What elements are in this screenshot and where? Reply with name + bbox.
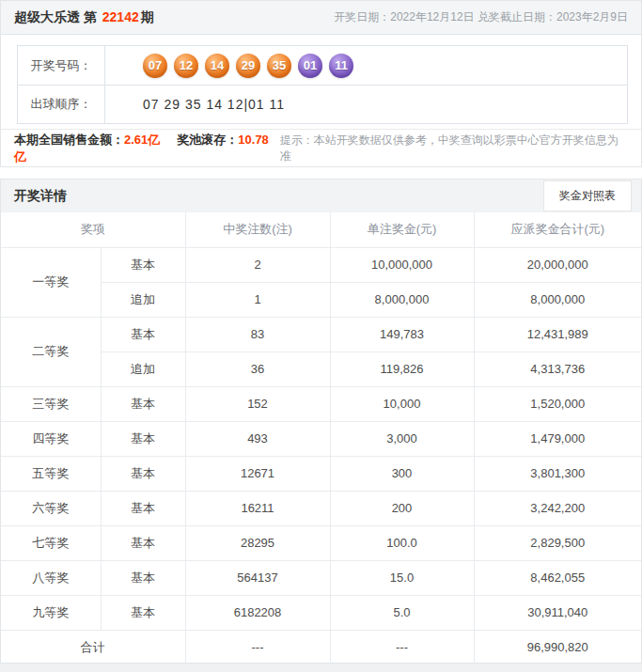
winner-count-cell: 12671 [185,456,330,491]
tier-name-cell: 八等奖 [1,560,101,595]
lottery-ball-front: 07 [143,54,167,78]
total-prize-cell: 8,462,055 [474,560,641,595]
winner-count-cell: 152 [185,386,330,421]
total-prize-cell: 1,520,000 [474,386,641,421]
single-prize-cell: 10,000 [330,386,474,421]
col-header-count: 中奖注数(注) [185,212,330,247]
bet-type-cell: 基本 [101,421,185,456]
issue-suffix: 期 [141,9,154,24]
lottery-ball-front: 35 [267,54,291,78]
total-prize-cell: 4,313,736 [474,352,641,386]
col-header-tier: 奖项 [1,212,185,247]
summary-header: 超级大乐透 第 22142期 开奖日期：2022年12月12日 兑奖截止日期：2… [1,1,641,35]
draw-order-value: 07 29 35 14 12|01 11 [143,97,285,112]
bet-type-cell: 基本 [101,456,185,491]
winner-count-cell: 1 [185,282,330,317]
bet-type-cell: 基本 [101,560,185,595]
draw-dates: 开奖日期：2022年12月12日 兑奖截止日期：2023年2月9日 [334,9,628,25]
total-prize-cell: 2,829,500 [474,525,641,560]
bet-type-cell: 基本 [101,491,185,525]
bet-type-cell: 基本 [101,525,185,560]
page-footer-strip [0,664,642,672]
total-count-cell: --- [185,630,330,664]
total-sum-cell: 96,990,820 [474,630,641,664]
winner-count-cell: 16211 [185,491,330,525]
pool-label: 奖池滚存： [177,133,238,147]
col-header-prize: 单注奖金(元) [330,212,474,247]
single-prize-cell: 300 [330,456,474,491]
summary-card: 超级大乐透 第 22142期 开奖日期：2022年12月12日 兑奖截止日期：2… [0,0,642,167]
tier-name-cell: 一等奖 [1,247,101,317]
winner-count-cell: 564137 [185,560,330,595]
total-prize-cell: 1,479,000 [474,421,641,456]
total-label-cell: 合计 [1,630,185,664]
draw-order-label: 出球顺序： [18,86,105,123]
draw-date: 开奖日期：2022年12月12日 [334,10,474,23]
prize-row: 五等奖基本126713003,801,300 [1,456,641,491]
single-prize-cell: 100.0 [330,525,474,560]
winner-count-cell: 36 [185,352,330,386]
winner-count-cell: 28295 [185,525,330,560]
sales-amount: 2.61亿 [124,133,160,147]
tier-name-cell: 七等奖 [1,525,101,560]
tier-name-cell: 三等奖 [1,386,101,421]
single-prize-cell: 200 [330,491,474,525]
draw-numbers-label: 开奖号码： [18,46,105,85]
single-prize-cell: 119,826 [330,352,474,386]
tier-name-cell: 六等奖 [1,491,101,525]
page-title: 超级大乐透 第 22142期 [14,9,154,26]
single-prize-cell: 5.0 [330,595,474,630]
total-prize-cell: --- [330,630,474,664]
bet-type-cell: 追加 [101,282,185,317]
draw-info-area: 开奖号码： 07121429350111 出球顺序： 07 29 35 14 1… [1,35,641,129]
prize-row: 六等奖基本162112003,242,200 [1,491,641,525]
issue-number: 22142 [102,9,139,24]
prize-row: 一等奖基本210,000,00020,000,000 [1,247,641,282]
lottery-ball-front: 12 [174,54,198,78]
tier-name-cell: 九等奖 [1,595,101,630]
draw-order-row: 出球顺序： 07 29 35 14 12|01 11 [18,85,627,123]
details-card: 开奖详情 奖金对照表 奖项 中奖注数(注) 单注奖金(元) 应派奖金合计(元) … [0,179,642,664]
bet-type-cell: 基本 [101,595,185,630]
prize-row: 三等奖基本15210,0001,520,000 [1,386,641,421]
lottery-ball-front: 14 [205,54,229,78]
disclaimer-tip: 提示：本站开奖数据仅供参考，中奖查询以彩票中心官方开奖信息为准 [280,133,628,164]
draw-info-box: 开奖号码： 07121429350111 出球顺序： 07 29 35 14 1… [17,45,628,124]
sales-label: 本期全国销售金额： [14,133,124,147]
total-prize-cell: 3,801,300 [474,456,641,491]
prize-row: 八等奖基本56413715.08,462,055 [1,560,641,595]
winner-count-cell: 2 [185,247,330,282]
lottery-ball-back: 01 [298,54,322,78]
total-prize-cell: 12,431,989 [474,317,641,352]
single-prize-cell: 8,000,000 [330,282,474,317]
prize-compare-button[interactable]: 奖金对照表 [543,180,632,211]
prize-table-header-row: 奖项 中奖注数(注) 单注奖金(元) 应派奖金合计(元) [1,212,641,247]
single-prize-cell: 149,783 [330,317,474,352]
prize-table: 奖项 中奖注数(注) 单注奖金(元) 应派奖金合计(元) 一等奖基本210,00… [1,212,641,665]
details-title: 开奖详情 [14,188,67,205]
tier-name-cell: 五等奖 [1,456,101,491]
single-prize-cell: 3,000 [330,421,474,456]
winner-count-cell: 493 [185,421,330,456]
lottery-ball-front: 29 [236,54,260,78]
bet-type-cell: 追加 [101,352,185,386]
total-row: 合计 --- --- 96,990,820 [1,630,641,664]
sales-row: 本期全国销售金额：2.61亿奖池滚存：10.78亿 提示：本站开奖数据仅供参考，… [1,129,641,167]
total-prize-cell: 3,242,200 [474,491,641,525]
single-prize-cell: 10,000,000 [330,247,474,282]
lottery-name: 超级大乐透 [14,9,80,24]
total-prize-cell: 8,000,000 [474,282,641,317]
redeem-deadline: 兑奖截止日期：2023年2月9日 [478,10,628,23]
draw-numbers: 07121429350111 [105,46,627,85]
sales-figures: 本期全国销售金额：2.61亿奖池滚存：10.78亿 [14,132,280,165]
issue-prefix: 第 [84,9,97,24]
prize-row: 七等奖基本28295100.02,829,500 [1,525,641,560]
tier-name-cell: 二等奖 [1,317,101,386]
lottery-ball-back: 11 [329,54,353,78]
total-prize-cell: 30,911,040 [474,595,641,630]
total-prize-cell: 20,000,000 [474,247,641,282]
winner-count-cell: 6182208 [185,595,330,630]
prize-table-body: 一等奖基本210,000,00020,000,000追加18,000,0008,… [1,247,641,630]
prize-row: 二等奖基本83149,78312,431,989 [1,317,641,352]
bet-type-cell: 基本 [101,247,185,282]
